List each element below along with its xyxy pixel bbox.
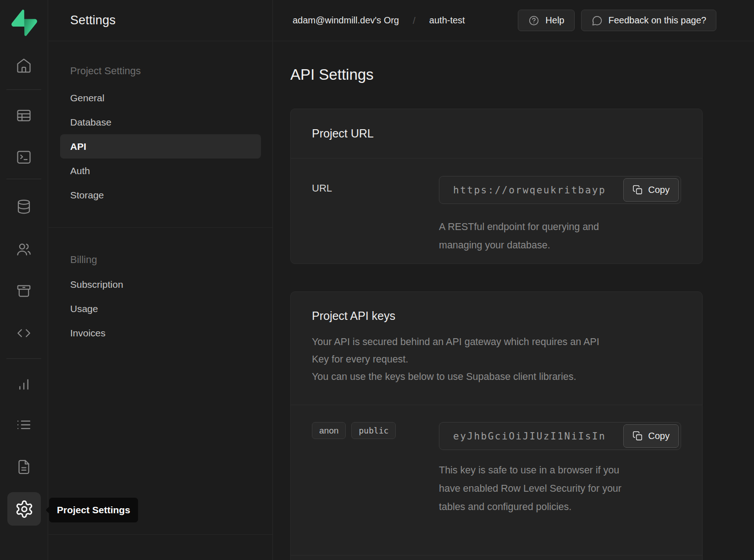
api-keys-description-line: Key for every request. — [312, 351, 681, 368]
icon-rail — [0, 0, 48, 560]
copy-url-button[interactable]: Copy — [623, 178, 679, 202]
project-url-card-header: Project URL — [291, 109, 702, 159]
help-circle-icon — [528, 15, 540, 27]
nav-item-subscription[interactable]: Subscription — [49, 272, 272, 296]
supabase-logo[interactable] — [11, 10, 37, 36]
help-button-label: Help — [545, 15, 564, 26]
sidebar-item-reports[interactable] — [14, 373, 34, 394]
content-header: adam@windmill.dev's Org / auth-test Help — [273, 0, 754, 41]
key-badges: anon public — [312, 422, 439, 516]
supabase-logo-icon — [11, 10, 37, 36]
api-keys-description-line: You can use the keys below to use Supaba… — [312, 368, 681, 385]
settings-nav-body: Project Settings General Database API Au… — [49, 64, 272, 345]
nav-section-billing: Billing — [70, 253, 272, 267]
copy-icon — [632, 185, 643, 195]
tooltip-label: Project Settings — [57, 505, 130, 516]
archive-icon — [16, 283, 32, 299]
terminal-icon — [16, 149, 32, 165]
copy-url-label: Copy — [648, 185, 670, 195]
sidebar-item-table-editor[interactable] — [14, 105, 34, 126]
api-keys-card-title: Project API keys — [312, 309, 681, 323]
rail-divider — [6, 179, 41, 179]
sidebar-item-storage[interactable] — [14, 281, 34, 301]
sidebar-item-edge-functions[interactable] — [14, 323, 34, 343]
sidebar-item-logs[interactable] — [14, 415, 34, 435]
nav-bottom-divider — [49, 534, 272, 535]
anon-key-row: anon public eyJhbGciOiJIUzI1NiIsIn — [291, 405, 702, 516]
sidebar-item-database[interactable] — [14, 197, 34, 217]
feedback-button-label: Feedback on this page? — [609, 15, 707, 26]
url-description-line: A RESTful endpoint for querying and — [439, 218, 681, 236]
rail-divider — [6, 358, 41, 359]
project-api-keys-card: Project API keys Your API is secured beh… — [290, 291, 703, 560]
anon-badge: anon — [312, 422, 346, 439]
project-url-card-title: Project URL — [312, 126, 681, 141]
url-row: URL https://orwqeukritbayp Copy — [291, 159, 702, 264]
gear-icon — [15, 500, 34, 519]
api-keys-card-header: Project API keys Your API is secured beh… — [291, 292, 702, 385]
sidebar-item-authentication[interactable] — [14, 239, 34, 259]
nav-item-database[interactable]: Database — [49, 110, 272, 134]
message-bubble-icon — [591, 15, 603, 27]
header-actions: Help Feedback on this page? — [518, 10, 716, 31]
url-input[interactable]: https://orwqeukritbayp Copy — [439, 176, 681, 204]
nav-section-project-settings: Project Settings — [70, 64, 272, 78]
card-tail — [291, 555, 702, 560]
users-icon — [16, 241, 32, 258]
nav-item-usage[interactable]: Usage — [49, 296, 272, 321]
url-field-column: https://orwqeukritbayp Copy — [439, 176, 681, 254]
copy-anon-key-label: Copy — [648, 431, 670, 441]
nav-item-invoices[interactable]: Invoices — [49, 321, 272, 345]
nav-item-general[interactable]: General — [49, 86, 272, 110]
bar-chart-icon — [16, 375, 32, 392]
sidebar-item-sql-editor[interactable] — [14, 147, 34, 167]
table-icon — [16, 107, 32, 124]
breadcrumb: adam@windmill.dev's Org / auth-test — [293, 15, 465, 26]
list-icon — [16, 417, 32, 433]
anon-key-description-line: have enabled Row Level Security for your — [439, 479, 681, 498]
anon-key-input[interactable]: eyJhbGciOiJIUzI1NiIsIn Copy — [439, 422, 681, 450]
sidebar-item-api-docs[interactable] — [14, 457, 34, 477]
nav-divider — [49, 227, 272, 228]
url-label: URL — [312, 176, 439, 254]
anon-key-description-line: tables and configured policies. — [439, 498, 681, 516]
main-content: adam@windmill.dev's Org / auth-test Help — [273, 0, 754, 560]
nav-item-storage[interactable]: Storage — [49, 183, 272, 207]
file-text-icon — [16, 459, 32, 475]
nav-item-api[interactable]: API — [60, 134, 261, 159]
content-body: API Settings Project URL URL https://orw… — [273, 64, 754, 560]
api-keys-description: Your API is secured behind an API gatewa… — [312, 333, 681, 385]
help-button[interactable]: Help — [518, 10, 574, 31]
settings-nav-title: Settings — [70, 13, 116, 27]
api-keys-description-line: Your API is secured behind an API gatewa… — [312, 333, 681, 351]
url-value: https://orwqeukritbayp — [453, 185, 606, 196]
code-icon — [16, 325, 32, 341]
breadcrumb-separator: / — [413, 15, 416, 26]
project-settings-tooltip: Project Settings — [49, 498, 138, 522]
settings-nav-panel: Settings Project Settings General Databa… — [49, 0, 273, 560]
rail-divider — [6, 89, 41, 90]
page-title: API Settings — [290, 64, 754, 85]
sidebar-item-home[interactable] — [14, 55, 34, 76]
key-field-column: eyJhbGciOiJIUzI1NiIsIn Copy — [439, 422, 681, 516]
url-description: A RESTful endpoint for querying and mana… — [439, 218, 681, 254]
anon-key-value: eyJhbGciOiJIUzI1NiIsIn — [453, 431, 606, 442]
sidebar-item-project-settings[interactable] — [7, 492, 41, 526]
url-description-line: managing your database. — [439, 236, 681, 254]
anon-key-description: This key is safe to use in a browser if … — [439, 461, 681, 516]
breadcrumb-org[interactable]: adam@windmill.dev's Org — [293, 15, 399, 26]
home-icon — [16, 57, 32, 74]
feedback-button[interactable]: Feedback on this page? — [581, 10, 717, 31]
anon-key-description-line: This key is safe to use in a browser if … — [439, 461, 681, 479]
database-icon — [16, 198, 32, 215]
nav-item-auth[interactable]: Auth — [49, 159, 272, 183]
public-badge: public — [351, 422, 396, 439]
copy-anon-key-button[interactable]: Copy — [623, 424, 679, 448]
breadcrumb-project[interactable]: auth-test — [429, 15, 465, 26]
project-url-card: Project URL URL https://orwqeukritbayp — [290, 109, 703, 264]
settings-nav-header: Settings — [49, 0, 272, 41]
copy-icon — [632, 431, 643, 441]
